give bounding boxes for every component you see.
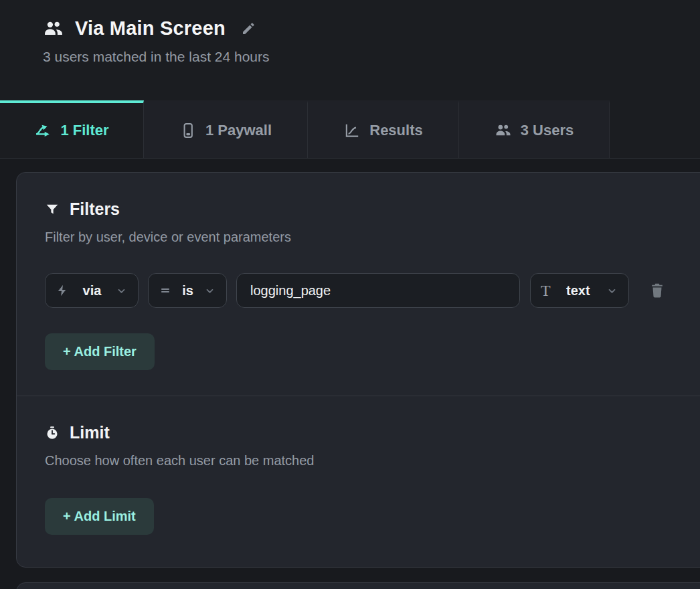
tab-users[interactable]: 3 Users	[459, 100, 610, 158]
filter-row: via is T text	[45, 273, 700, 308]
phone-icon	[179, 122, 197, 139]
tab-filter[interactable]: 1 Filter	[0, 100, 144, 158]
chart-curve-icon	[343, 122, 361, 139]
users-icon	[495, 122, 512, 139]
users-icon	[43, 18, 64, 39]
audience-header: Via Main Screen 3 users matched in the l…	[0, 0, 700, 100]
next-settings-card	[16, 582, 700, 589]
page-title: Via Main Screen	[75, 17, 226, 39]
filters-subtitle: Filter by user, device or event paramete…	[45, 230, 700, 245]
tab-paywall[interactable]: 1 Paywall	[144, 100, 308, 158]
funnel-icon	[45, 202, 60, 217]
limit-title: Limit	[70, 423, 110, 442]
trash-icon	[648, 282, 666, 299]
tab-bar: 1 Filter 1 Paywall Results 3 Users	[0, 100, 700, 159]
filter-property-dropdown[interactable]: via	[45, 273, 139, 308]
filter-type-dropdown[interactable]: T text	[530, 273, 629, 308]
title-row: Via Main Screen	[43, 17, 700, 39]
filter-operator-value: is	[182, 283, 193, 299]
filters-section: Filters Filter by user, device or event …	[17, 173, 700, 396]
filters-heading: Filters	[45, 199, 700, 219]
filter-value-input[interactable]	[236, 273, 520, 308]
delete-filter-button[interactable]	[648, 282, 666, 299]
filter-settings-card: Filters Filter by user, device or event …	[16, 172, 700, 568]
filters-title: Filters	[70, 199, 120, 219]
equals-icon	[159, 284, 172, 297]
tab-users-label: 3 Users	[521, 122, 574, 139]
filter-property-value: via	[83, 283, 102, 299]
chevron-down-icon	[115, 284, 128, 297]
tab-results-label: Results	[369, 122, 422, 139]
tab-results[interactable]: Results	[308, 100, 459, 158]
text-T-icon: T	[541, 282, 551, 299]
edit-pencil-icon[interactable]	[240, 21, 256, 37]
stopwatch-icon	[45, 426, 60, 440]
limit-section: Limit Choose how often each user can be …	[17, 396, 700, 560]
filter-type-value: text	[566, 283, 590, 299]
main-content: Filters Filter by user, device or event …	[0, 159, 700, 589]
tab-filter-label: 1 Filter	[60, 122, 108, 139]
filter-operator-dropdown[interactable]: is	[148, 273, 227, 308]
tab-bar-filler	[610, 100, 700, 158]
chevron-down-icon	[203, 284, 216, 297]
add-filter-button[interactable]: + Add Filter	[45, 333, 155, 370]
chevron-down-icon	[606, 284, 618, 297]
limit-subtitle: Choose how often each user can be matche…	[45, 453, 700, 469]
lightning-icon	[56, 284, 69, 297]
matched-users-summary: 3 users matched in the last 24 hours	[43, 49, 700, 65]
filter-split-arrow-icon	[34, 122, 52, 139]
add-limit-button[interactable]: + Add Limit	[45, 498, 154, 535]
limit-heading: Limit	[45, 423, 700, 442]
tab-paywall-label: 1 Paywall	[205, 122, 272, 139]
